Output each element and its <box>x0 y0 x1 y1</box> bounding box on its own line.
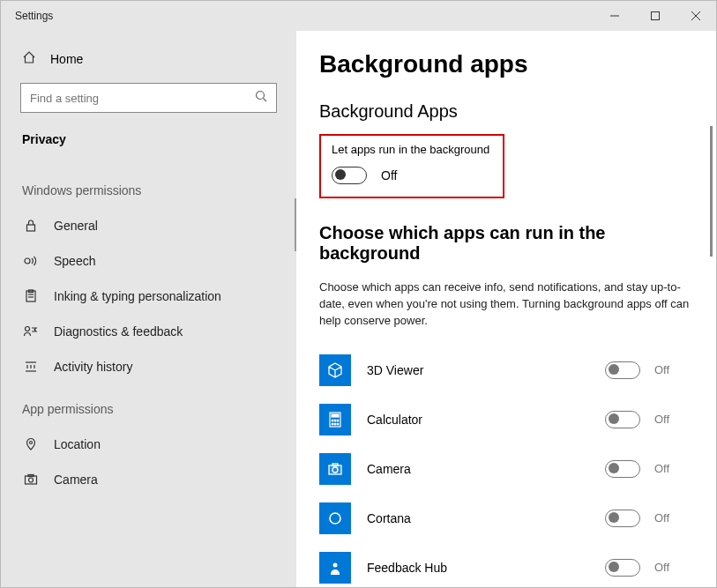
search-icon <box>255 90 267 106</box>
nav-label: Activity history <box>54 360 132 374</box>
app-name: 3D Viewer <box>351 363 605 377</box>
app-row-feedback-hub: Feedback Hub Off <box>319 543 693 587</box>
nav-camera[interactable]: Camera <box>1 462 296 497</box>
page-title: Background apps <box>319 50 693 78</box>
search-input[interactable] <box>30 92 255 105</box>
camera-icon <box>22 473 40 487</box>
svg-point-34 <box>333 562 338 567</box>
nav-location[interactable]: Location <box>1 427 296 462</box>
master-toggle-state: Off <box>381 168 397 182</box>
svg-point-4 <box>257 92 265 100</box>
nav-label: Diagnostics & feedback <box>54 324 183 339</box>
nav-label: Inking & typing personalization <box>54 289 221 303</box>
app-icon-feedbackhub <box>319 552 351 584</box>
svg-rect-6 <box>27 225 35 231</box>
svg-point-24 <box>332 420 333 421</box>
speech-icon <box>22 254 40 268</box>
app-icon-cube <box>319 354 351 386</box>
app-toggle[interactable] <box>605 411 640 428</box>
search-box[interactable] <box>20 83 277 113</box>
close-button[interactable] <box>676 1 716 31</box>
app-toggle-state: Off <box>654 413 669 426</box>
page-subtitle: Background Apps <box>319 101 693 122</box>
svg-point-20 <box>29 478 34 482</box>
svg-point-28 <box>334 423 336 425</box>
svg-line-5 <box>264 99 267 102</box>
clipboard-icon <box>22 289 40 303</box>
home-icon <box>22 50 36 67</box>
nav-diagnostics[interactable]: Diagnostics & feedback <box>1 314 296 349</box>
window-title: Settings <box>1 10 594 22</box>
svg-point-27 <box>332 423 333 425</box>
svg-rect-23 <box>332 414 339 417</box>
app-row-cortana: Cortana Off <box>319 494 693 543</box>
nav-activity[interactable]: Activity history <box>1 349 296 384</box>
app-toggle[interactable] <box>605 510 640 527</box>
app-toggle-state: Off <box>654 462 669 475</box>
nav-label: General <box>54 219 98 233</box>
nav-general[interactable]: General <box>1 208 296 243</box>
app-row-calculator: Calculator Off <box>319 395 693 444</box>
nav-speech[interactable]: Speech <box>1 243 296 279</box>
app-icon-calculator <box>319 404 351 435</box>
svg-point-33 <box>330 513 340 524</box>
minimize-button[interactable] <box>594 1 635 31</box>
svg-rect-19 <box>26 476 37 484</box>
app-name: Calculator <box>351 413 605 427</box>
app-toggle-state: Off <box>654 363 669 376</box>
app-toggle-state: Off <box>654 511 669 525</box>
scrollbar[interactable] <box>710 126 713 257</box>
app-name: Feedback Hub <box>351 561 605 575</box>
content-pane: Background apps Background Apps Let apps… <box>296 31 716 587</box>
app-toggle[interactable] <box>605 559 640 577</box>
app-row-3d-viewer: 3D Viewer Off <box>319 346 693 395</box>
nav-label: Camera <box>54 473 98 487</box>
svg-point-25 <box>334 420 336 421</box>
app-toggle[interactable] <box>605 361 640 379</box>
home-label: Home <box>50 52 83 66</box>
category-heading: Privacy <box>1 129 296 166</box>
choose-description: Choose which apps can receive info, send… <box>319 279 693 330</box>
activity-icon <box>22 360 40 374</box>
window-titlebar: Settings <box>1 1 716 31</box>
svg-point-7 <box>25 258 30 264</box>
nav-inking[interactable]: Inking & typing personalization <box>1 279 296 314</box>
app-list: 3D Viewer Off Calculator Off Camera Off … <box>319 346 693 587</box>
maximize-button[interactable] <box>635 1 676 31</box>
app-row-camera: Camera Off <box>319 444 693 494</box>
app-name: Cortana <box>351 511 605 525</box>
app-icon-camera <box>319 453 351 485</box>
svg-rect-32 <box>332 464 338 466</box>
sidebar: Home Privacy Windows permissions General… <box>1 31 296 587</box>
svg-point-18 <box>30 442 33 444</box>
svg-point-29 <box>337 423 339 425</box>
app-icon-cortana <box>319 502 351 534</box>
app-toggle[interactable] <box>605 460 640 478</box>
master-toggle[interactable] <box>332 167 367 184</box>
master-toggle-highlight: Let apps run in the background Off <box>319 134 504 198</box>
svg-rect-1 <box>652 12 660 20</box>
location-icon <box>22 437 40 451</box>
choose-heading: Choose which apps can run in the backgro… <box>319 223 693 264</box>
master-toggle-label: Let apps run in the background <box>332 143 492 156</box>
nav-label: Location <box>54 437 101 451</box>
svg-point-26 <box>337 420 339 421</box>
lock-icon <box>22 219 40 233</box>
section-app-permissions: App permissions <box>1 384 296 427</box>
nav-label: Speech <box>54 254 95 268</box>
app-name: Camera <box>351 462 605 476</box>
home-link[interactable]: Home <box>1 43 296 79</box>
feedback-icon <box>22 324 40 339</box>
app-toggle-state: Off <box>654 561 669 574</box>
section-windows-permissions: Windows permissions <box>1 166 296 208</box>
svg-point-12 <box>26 327 30 331</box>
